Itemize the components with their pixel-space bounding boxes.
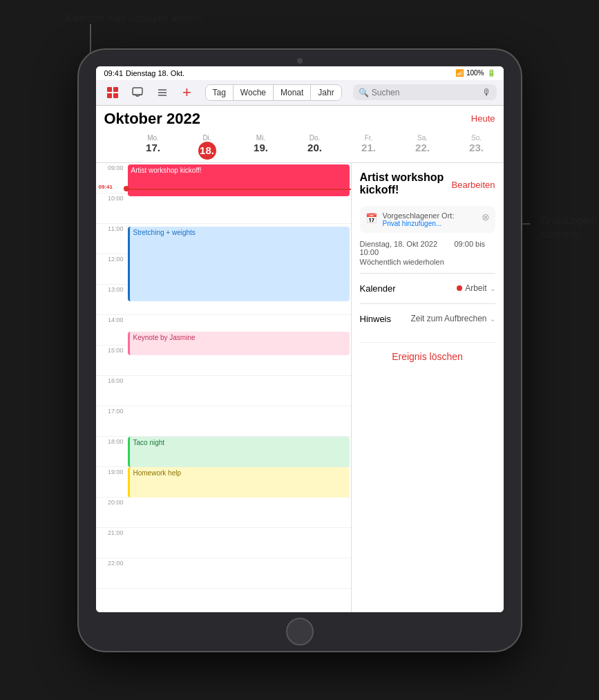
tab-monat[interactable]: Monat — [274, 85, 311, 100]
tab-jahr[interactable]: Jahr — [311, 85, 341, 100]
day-header-mi: Mi. 19. — [234, 131, 288, 162]
current-time-label: 09:41 — [99, 184, 113, 190]
status-day: Dienstag 18. Okt. — [126, 69, 184, 77]
list-icon[interactable] — [153, 83, 172, 102]
ipad-screen: 09:41 Dienstag 18. Okt. 📶 100% 🔋 — [96, 66, 504, 612]
svg-rect-2 — [107, 93, 112, 98]
event-artist-workshop[interactable]: Artist workshop kickoff! — [128, 164, 350, 196]
location-title: Vorgeschlagener Ort: — [383, 211, 476, 220]
current-time-dot — [124, 186, 129, 191]
time-slot-17: 17:00 — [96, 406, 351, 437]
event-stretching[interactable]: Stretching + weights — [128, 227, 350, 301]
search-bar: 🔍 🎙 — [353, 84, 497, 100]
time-slot-10: 10:00 — [96, 193, 351, 224]
annotation-right: Einladungen anzeigen — [540, 214, 593, 241]
event-homework-help[interactable]: Homework help — [128, 467, 350, 498]
location-sub[interactable]: Privat hinzufügen... — [383, 220, 476, 227]
current-time-line — [126, 189, 351, 190]
chevron-down-icon-2: ⌄ — [490, 315, 495, 323]
toolbar: + Tag Woche Monat Jahr 🔍 🎙 — [96, 80, 504, 106]
event-detail-title: Artist workshop kickoff! — [360, 171, 452, 196]
delete-button[interactable]: Ereignis löschen — [360, 342, 495, 362]
day-headers: Mo. 17. Di. 18. Mi. 19. Do. 20. Fr. 21 — [96, 131, 504, 163]
main-content: 09:00 09:41 10:00 11:00 — [96, 163, 504, 612]
hint-label: Hinweis — [360, 314, 392, 324]
location-icon: 📅 — [365, 213, 377, 224]
search-icon: 🔍 — [359, 88, 369, 97]
annotation-top: Kalender oder Accounts ändern — [66, 12, 201, 23]
calendar-grid: 09:00 09:41 10:00 11:00 — [96, 163, 352, 612]
event-detail-header: Artist workshop kickoff! Bearbeiten — [360, 171, 495, 199]
event-keynote[interactable]: Keynote by Jasmine — [128, 332, 350, 355]
svg-rect-3 — [113, 93, 118, 98]
status-time: 09:41 — [104, 69, 124, 77]
battery-icon: 🔋 — [487, 69, 495, 77]
ipad-frame: 09:41 Dienstag 18. Okt. 📶 100% 🔋 — [79, 50, 521, 651]
day-header-mo: Mo. 17. — [126, 131, 180, 162]
view-tabs: Tag Woche Monat Jahr — [205, 84, 342, 101]
location-text: Vorgeschlagener Ort: Privat hinzufügen..… — [383, 211, 476, 227]
day-header-sa: Sa. 22. — [396, 131, 450, 162]
svg-rect-4 — [133, 88, 142, 95]
chevron-down-icon: ⌄ — [490, 285, 495, 292]
status-bar: 09:41 Dienstag 18. Okt. 📶 100% 🔋 — [96, 66, 504, 80]
detail-row-calendar: Kalender Arbeit ⌄ — [360, 279, 495, 298]
today-button[interactable]: Heute — [471, 113, 495, 124]
calendar-value[interactable]: Arbeit ⌄ — [457, 283, 495, 293]
location-row: 📅 Vorgeschlagener Ort: Privat hinzufügen… — [360, 206, 495, 233]
add-icon[interactable]: + — [178, 83, 197, 102]
calendar-label: Kalender — [360, 283, 396, 294]
battery-text: 100% — [466, 69, 484, 77]
event-date: Dienstag, 18. Okt 2022 09:00 bis 10:00 — [360, 240, 495, 256]
location-clear-icon[interactable]: ⊗ — [482, 211, 490, 223]
status-right: 📶 100% 🔋 — [455, 69, 495, 77]
svg-rect-1 — [113, 87, 118, 92]
inbox-icon[interactable] — [128, 83, 147, 102]
grid-icon[interactable] — [103, 83, 122, 102]
event-repeat: Wöchentlich wiederholen — [360, 258, 495, 266]
mic-icon[interactable]: 🎙 — [482, 87, 491, 97]
tab-tag[interactable]: Tag — [206, 85, 234, 100]
detail-row-hint: Hinweis Zeit zum Aufbrechen ⌄ — [360, 310, 495, 328]
search-input[interactable] — [372, 88, 479, 97]
event-detail-panel: Artist workshop kickoff! Bearbeiten 📅 Vo… — [352, 163, 504, 612]
wifi-icon: 📶 — [455, 69, 464, 77]
hint-value[interactable]: Zeit zum Aufbrechen ⌄ — [410, 314, 495, 323]
event-taco-night[interactable]: Taco night — [128, 437, 350, 467]
calendar-dot — [457, 285, 462, 291]
calendar-title: Oktober 2022 — [104, 110, 471, 128]
time-slot-22: 22:00 — [96, 558, 351, 589]
edit-button[interactable]: Bearbeiten — [452, 180, 495, 190]
svg-rect-0 — [107, 87, 112, 92]
time-slot-20: 20:00 — [96, 498, 351, 528]
calendar-header: Oktober 2022 Heute — [96, 106, 504, 131]
day-header-so: So. 23. — [450, 131, 504, 162]
day-header-do: Do. 20. — [288, 131, 342, 162]
day-header-fr: Fr. 21. — [342, 131, 396, 162]
time-slot-16: 16:00 — [96, 376, 351, 406]
tab-woche[interactable]: Woche — [234, 85, 274, 100]
home-button[interactable] — [286, 618, 314, 645]
camera — [297, 58, 303, 64]
day-header-di: Di. 18. — [180, 131, 234, 162]
time-slot-21: 21:00 — [96, 528, 351, 558]
